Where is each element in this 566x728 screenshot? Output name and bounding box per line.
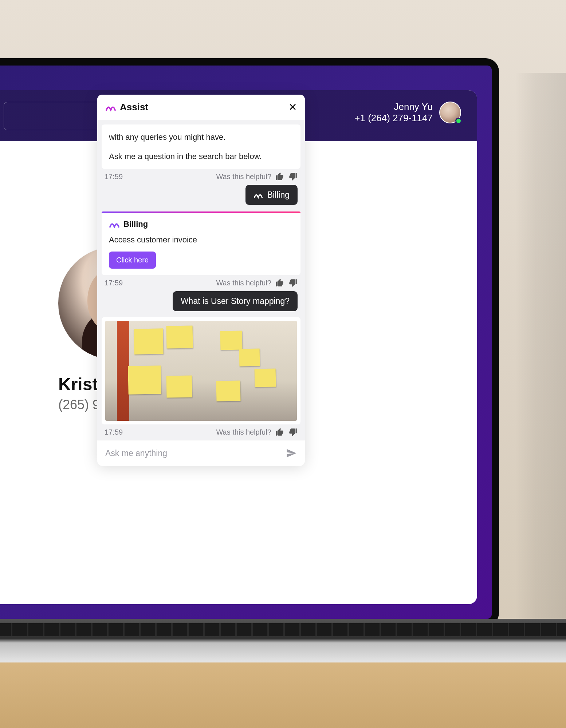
assist-title: Assist <box>120 102 148 113</box>
laptop-keyboard <box>0 619 566 662</box>
thumb-up-icon[interactable] <box>275 172 284 181</box>
user-pill: What is User Story mapping? <box>173 291 298 311</box>
assist-input-row <box>97 440 305 466</box>
billing-desc: Access customer invoice <box>109 234 293 246</box>
assist-panel: Assist ✕ with any queries you might have… <box>97 95 305 466</box>
billing-heading-row: Billing <box>109 218 293 230</box>
current-user-name: Jenny Yu <box>354 101 433 112</box>
status-online-icon <box>455 118 462 124</box>
billing-meta: 17:59 Was this helpful? <box>102 275 300 289</box>
thumb-down-icon[interactable] <box>288 427 298 437</box>
thumb-up-icon[interactable] <box>275 427 284 437</box>
helpful-label: Was this helpful? <box>216 173 271 181</box>
intro-meta: 17:59 Was this helpful? <box>102 169 300 183</box>
user-pill: Billing <box>245 185 298 205</box>
image-time: 17:59 <box>105 428 123 436</box>
assistant-intro-card: with any queries you might have. Ask me … <box>102 124 300 169</box>
chat-body[interactable]: with any queries you might have. Ask me … <box>97 120 305 440</box>
current-user-block[interactable]: Jenny Yu +1 (264) 279-1147 <box>354 101 461 124</box>
assist-logo-icon <box>105 103 116 111</box>
assist-logo-icon <box>253 191 263 199</box>
thumb-down-icon[interactable] <box>288 278 298 288</box>
intro-time: 17:59 <box>105 173 123 181</box>
close-icon[interactable]: ✕ <box>288 101 297 113</box>
user-story-text: What is User Story mapping? <box>181 296 290 306</box>
billing-heading: Billing <box>123 218 148 230</box>
current-user-avatar[interactable] <box>439 102 461 123</box>
billing-time: 17:59 <box>105 279 123 287</box>
user-message-billing: Billing <box>102 183 300 207</box>
helpful-label: Was this helpful? <box>216 279 271 287</box>
sticky-note-board-image <box>105 321 297 421</box>
assist-title-wrap: Assist <box>105 102 148 113</box>
assist-header: Assist ✕ <box>97 95 305 120</box>
intro-line-1: with any queries you might have. <box>109 131 293 143</box>
thumb-down-icon[interactable] <box>288 172 298 181</box>
image-meta: 17:59 Was this helpful? <box>102 424 300 438</box>
current-user-text: Jenny Yu +1 (264) 279-1147 <box>354 101 433 124</box>
keyboard-keys <box>0 623 566 636</box>
billing-card: Billing Access customer invoice Click he… <box>102 211 300 275</box>
thumb-up-icon[interactable] <box>275 278 284 288</box>
intro-line-2: Ask me a question in the search bar belo… <box>109 150 293 162</box>
send-icon[interactable] <box>286 448 297 459</box>
current-user-phone: +1 (264) 279-1147 <box>354 112 433 124</box>
assist-text-input[interactable] <box>105 448 281 458</box>
user-billing-text: Billing <box>267 190 290 200</box>
click-here-button[interactable]: Click here <box>109 252 156 269</box>
desk-surface <box>0 655 566 728</box>
helpful-label: Was this helpful? <box>216 428 271 436</box>
story-image-card <box>102 317 300 424</box>
assist-logo-icon <box>109 220 120 228</box>
user-message-story: What is User Story mapping? <box>102 289 300 313</box>
